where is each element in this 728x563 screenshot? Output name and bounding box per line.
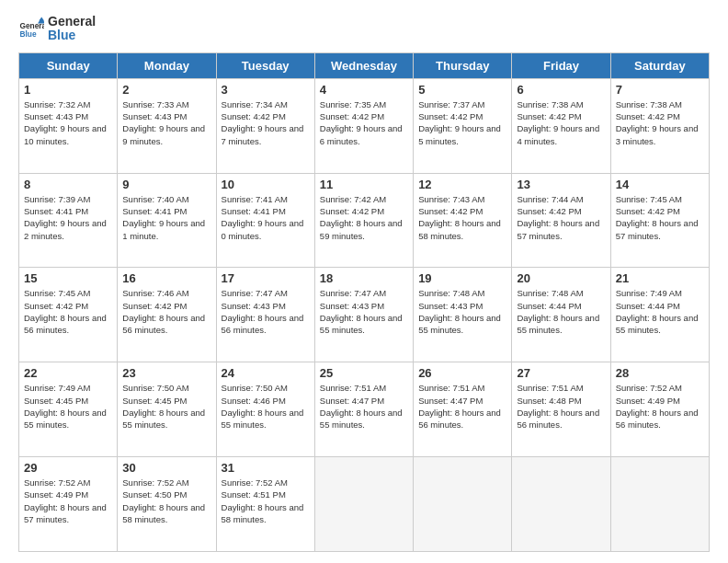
table-row: 6Sunrise: 7:38 AMSunset: 4:42 PMDaylight… (512, 78, 610, 173)
table-row: 28Sunrise: 7:52 AMSunset: 4:49 PMDayligh… (610, 362, 709, 457)
table-row: 24Sunrise: 7:50 AMSunset: 4:46 PMDayligh… (216, 362, 314, 457)
day-number: 6 (517, 83, 605, 97)
col-wednesday: Wednesday (314, 52, 413, 78)
day-info: Sunrise: 7:40 AMSunset: 4:41 PMDaylight:… (122, 193, 210, 242)
day-number: 13 (517, 178, 605, 191)
day-info: Sunrise: 7:52 AMSunset: 4:49 PMDaylight:… (24, 477, 112, 525)
table-row: 13Sunrise: 7:44 AMSunset: 4:42 PMDayligh… (512, 173, 610, 268)
col-monday: Monday (118, 52, 216, 78)
table-row: 4Sunrise: 7:35 AMSunset: 4:42 PMDaylight… (314, 78, 413, 173)
day-number: 4 (320, 83, 408, 97)
table-row: 18Sunrise: 7:47 AMSunset: 4:43 PMDayligh… (314, 268, 413, 362)
table-row: 25Sunrise: 7:51 AMSunset: 4:47 PMDayligh… (314, 362, 413, 457)
table-row: 20Sunrise: 7:48 AMSunset: 4:44 PMDayligh… (512, 268, 610, 362)
day-number: 27 (517, 366, 605, 380)
table-row (414, 457, 512, 552)
day-info: Sunrise: 7:32 AMSunset: 4:43 PMDaylight:… (24, 98, 112, 147)
day-info: Sunrise: 7:50 AMSunset: 4:46 PMDaylight:… (222, 382, 310, 431)
table-row: 8Sunrise: 7:39 AMSunset: 4:41 PMDaylight… (19, 173, 118, 268)
table-row: 3Sunrise: 7:34 AMSunset: 4:42 PMDaylight… (216, 78, 314, 173)
day-info: Sunrise: 7:52 AMSunset: 4:50 PMDaylight:… (122, 477, 210, 525)
table-row: 21Sunrise: 7:49 AMSunset: 4:44 PMDayligh… (610, 268, 709, 362)
col-saturday: Saturday (610, 52, 709, 78)
day-info: Sunrise: 7:50 AMSunset: 4:45 PMDaylight:… (122, 382, 210, 431)
day-info: Sunrise: 7:44 AMSunset: 4:42 PMDaylight:… (517, 193, 605, 242)
day-info: Sunrise: 7:52 AMSunset: 4:49 PMDaylight:… (616, 382, 704, 431)
day-info: Sunrise: 7:43 AMSunset: 4:42 PMDaylight:… (418, 193, 506, 242)
day-info: Sunrise: 7:51 AMSunset: 4:48 PMDaylight:… (517, 382, 605, 431)
table-row: 1Sunrise: 7:32 AMSunset: 4:43 PMDaylight… (19, 78, 118, 173)
table-row: 27Sunrise: 7:51 AMSunset: 4:48 PMDayligh… (512, 362, 610, 457)
table-row: 31Sunrise: 7:52 AMSunset: 4:51 PMDayligh… (216, 457, 314, 552)
day-number: 26 (418, 366, 506, 380)
day-number: 20 (517, 271, 605, 285)
col-friday: Friday (512, 52, 610, 78)
day-number: 2 (122, 83, 210, 97)
table-row: 2Sunrise: 7:33 AMSunset: 4:43 PMDaylight… (118, 78, 216, 173)
day-number: 10 (222, 178, 310, 191)
table-row: 30Sunrise: 7:52 AMSunset: 4:50 PMDayligh… (118, 457, 216, 552)
table-row: 11Sunrise: 7:42 AMSunset: 4:42 PMDayligh… (314, 173, 413, 268)
day-number: 3 (222, 83, 310, 97)
day-number: 28 (616, 366, 704, 380)
day-info: Sunrise: 7:37 AMSunset: 4:42 PMDaylight:… (418, 98, 506, 147)
day-number: 11 (320, 178, 408, 191)
logo-general: General (48, 15, 96, 29)
day-number: 23 (122, 366, 210, 380)
day-number: 24 (222, 366, 310, 380)
svg-text:Blue: Blue (19, 29, 36, 39)
logo-blue: Blue (48, 29, 96, 42)
day-info: Sunrise: 7:47 AMSunset: 4:43 PMDaylight:… (222, 287, 310, 336)
table-row: 22Sunrise: 7:49 AMSunset: 4:45 PMDayligh… (19, 362, 118, 457)
day-number: 14 (616, 178, 704, 191)
day-info: Sunrise: 7:38 AMSunset: 4:42 PMDaylight:… (616, 98, 704, 147)
day-info: Sunrise: 7:49 AMSunset: 4:45 PMDaylight:… (24, 382, 112, 431)
table-row: 23Sunrise: 7:50 AMSunset: 4:45 PMDayligh… (118, 362, 216, 457)
day-number: 12 (418, 178, 506, 191)
table-row (512, 457, 610, 552)
col-sunday: Sunday (19, 52, 118, 78)
day-info: Sunrise: 7:41 AMSunset: 4:41 PMDaylight:… (222, 193, 310, 242)
day-number: 31 (222, 461, 310, 475)
day-info: Sunrise: 7:34 AMSunset: 4:42 PMDaylight:… (222, 98, 310, 147)
table-row: 9Sunrise: 7:40 AMSunset: 4:41 PMDaylight… (118, 173, 216, 268)
day-number: 30 (122, 461, 210, 475)
day-info: Sunrise: 7:39 AMSunset: 4:41 PMDaylight:… (24, 193, 112, 242)
day-number: 15 (24, 271, 112, 285)
table-row: 29Sunrise: 7:52 AMSunset: 4:49 PMDayligh… (19, 457, 118, 552)
table-row (610, 457, 709, 552)
day-number: 19 (418, 271, 506, 285)
day-info: Sunrise: 7:48 AMSunset: 4:43 PMDaylight:… (418, 287, 506, 336)
table-row: 7Sunrise: 7:38 AMSunset: 4:42 PMDaylight… (610, 78, 709, 173)
day-info: Sunrise: 7:33 AMSunset: 4:43 PMDaylight:… (122, 98, 210, 147)
day-number: 29 (24, 461, 112, 475)
day-number: 22 (24, 366, 112, 380)
day-number: 9 (122, 178, 210, 191)
day-number: 8 (24, 178, 112, 191)
day-info: Sunrise: 7:49 AMSunset: 4:44 PMDaylight:… (616, 287, 704, 336)
day-info: Sunrise: 7:47 AMSunset: 4:43 PMDaylight:… (320, 287, 408, 336)
calendar: Sunday Monday Tuesday Wednesday Thursday… (18, 52, 710, 552)
day-number: 25 (320, 366, 408, 380)
day-info: Sunrise: 7:45 AMSunset: 4:42 PMDaylight:… (616, 193, 704, 242)
table-row: 15Sunrise: 7:45 AMSunset: 4:42 PMDayligh… (19, 268, 118, 362)
day-number: 21 (616, 271, 704, 285)
day-number: 18 (320, 271, 408, 285)
table-row: 19Sunrise: 7:48 AMSunset: 4:43 PMDayligh… (414, 268, 512, 362)
day-info: Sunrise: 7:46 AMSunset: 4:42 PMDaylight:… (122, 287, 210, 336)
table-row: 12Sunrise: 7:43 AMSunset: 4:42 PMDayligh… (414, 173, 512, 268)
col-tuesday: Tuesday (216, 52, 314, 78)
table-row: 26Sunrise: 7:51 AMSunset: 4:47 PMDayligh… (414, 362, 512, 457)
table-row: 5Sunrise: 7:37 AMSunset: 4:42 PMDaylight… (414, 78, 512, 173)
table-row: 17Sunrise: 7:47 AMSunset: 4:43 PMDayligh… (216, 268, 314, 362)
table-row: 10Sunrise: 7:41 AMSunset: 4:41 PMDayligh… (216, 173, 314, 268)
day-info: Sunrise: 7:48 AMSunset: 4:44 PMDaylight:… (517, 287, 605, 336)
day-number: 7 (616, 83, 704, 97)
logo: General Blue General Blue (18, 15, 96, 43)
day-info: Sunrise: 7:52 AMSunset: 4:51 PMDaylight:… (222, 477, 310, 525)
table-row: 16Sunrise: 7:46 AMSunset: 4:42 PMDayligh… (118, 268, 216, 362)
day-number: 17 (222, 271, 310, 285)
day-info: Sunrise: 7:51 AMSunset: 4:47 PMDaylight:… (418, 382, 506, 431)
day-info: Sunrise: 7:45 AMSunset: 4:42 PMDaylight:… (24, 287, 112, 336)
day-number: 5 (418, 83, 506, 97)
